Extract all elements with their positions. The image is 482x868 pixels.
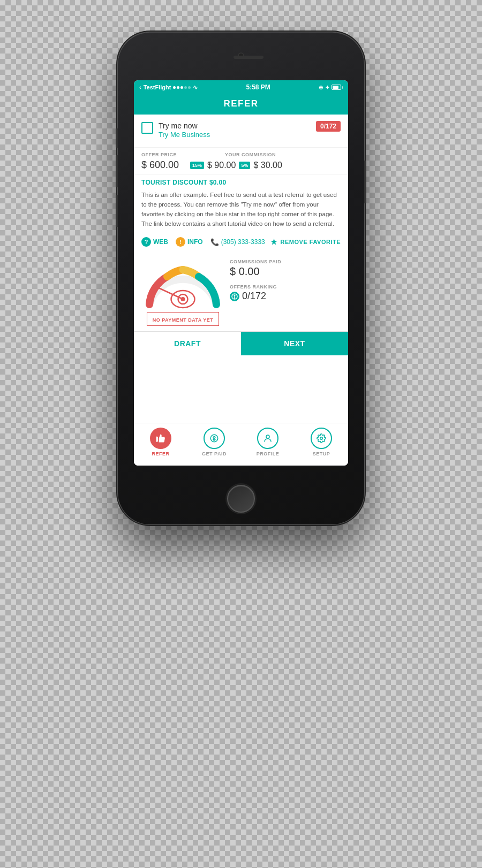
commission-15-tag: 15%: [190, 162, 204, 169]
phone-device: ‹ TestFlight ∿ 5:58 PM ⊕ ✦: [118, 32, 364, 524]
status-time: 5:58 PM: [246, 83, 270, 91]
back-arrow: ‹: [139, 84, 141, 90]
info-link[interactable]: ! INFO: [176, 237, 203, 247]
gauge-section: NO PAYMENT DATA YET COMMISSIONS PAID $ 0…: [134, 251, 348, 331]
home-button[interactable]: [227, 485, 255, 513]
commission-15-amount: $ 90.00: [207, 161, 236, 170]
app-content[interactable]: Try me now Try Me Business 0/172 OFFER P…: [134, 115, 348, 457]
offer-price: $ 600.00: [141, 159, 187, 171]
status-bar: ‹ TestFlight ∿ 5:58 PM ⊕ ✦: [134, 80, 348, 93]
refer-icon-circle: [150, 428, 171, 449]
volume-down-button[interactable]: [116, 195, 118, 227]
bluetooth-icon: ✦: [325, 85, 329, 90]
tab-refer[interactable]: REFER: [134, 428, 187, 456]
tourist-discount: TOURIST DISCOUNT $0.00: [134, 174, 348, 188]
get-paid-icon-circle: [204, 428, 225, 449]
price-row: $ 600.00 15% $ 90.00 5% $ 30.00: [141, 159, 341, 171]
info-label: INFO: [187, 238, 203, 246]
offers-ranking-label: OFFERS RANKING: [230, 284, 341, 290]
refer-tab-label: REFER: [152, 451, 169, 456]
tab-get-paid[interactable]: GET PAID: [187, 428, 241, 456]
gauge-svg: [141, 256, 224, 310]
phone-body: ‹ TestFlight ∿ 5:58 PM ⊕ ✦: [118, 32, 364, 524]
carrier-label: TestFlight: [144, 84, 171, 90]
gauge-label: NO PAYMENT DATA YET: [153, 317, 214, 323]
app-header: REFER: [134, 93, 348, 115]
commissions-paid-label: COMMISSIONS PAID: [230, 259, 341, 264]
phone-link[interactable]: 📞 (305) 333-3333: [210, 238, 265, 246]
price-section: OFFER PRICE YOUR COMMISSION $ 600.00 15%…: [134, 148, 348, 174]
svg-point-5: [234, 294, 236, 296]
gauge-right: COMMISSIONS PAID $ 0.00 OFFERS RANKING: [230, 256, 341, 302]
commissions-paid-amount: $ 0.00: [230, 265, 341, 278]
wifi-icon: ∿: [193, 84, 198, 91]
profile-icon-circle: [257, 428, 278, 449]
volume-up-button[interactable]: [116, 155, 118, 187]
offer-title: Try me now: [159, 121, 341, 131]
commission-5-tag: 5%: [239, 162, 250, 169]
signal-dots: [173, 86, 191, 89]
description-text: This is an offer example. Feel free to s…: [134, 188, 348, 234]
offer-header: Try me now Try Me Business: [141, 121, 341, 139]
dot-4: [184, 86, 187, 89]
tab-setup[interactable]: SETUP: [295, 428, 348, 456]
tab-profile[interactable]: PROFILE: [241, 428, 295, 456]
remove-favorite-button[interactable]: ★ REMOVE FAVORITE: [270, 238, 341, 246]
phone-icon: 📞: [210, 238, 219, 246]
web-label: WEB: [153, 238, 168, 246]
battery-indicator: [332, 85, 343, 90]
dot-1: [173, 86, 176, 89]
next-button[interactable]: NEXT: [241, 332, 348, 355]
offer-price-label: OFFER PRICE: [141, 152, 177, 157]
commission-label: YOUR COMMISSION: [225, 152, 276, 157]
profile-tab-label: PROFILE: [257, 451, 280, 456]
offer-checkbox[interactable]: [141, 122, 153, 134]
offers-ranking-value: 0/172: [230, 291, 341, 302]
offer-card: Try me now Try Me Business 0/172: [134, 115, 348, 148]
volume-mute-button[interactable]: [116, 128, 118, 148]
links-and-favorite-row: ? WEB ! INFO 📞 (305) 333-3333: [134, 234, 348, 251]
tab-bar: REFER GET PAID: [134, 423, 348, 466]
dot-3: [180, 86, 183, 89]
remove-favorite-label: REMOVE FAVORITE: [281, 239, 341, 245]
phone-screen: ‹ TestFlight ∿ 5:58 PM ⊕ ✦: [134, 80, 348, 466]
gauge-label-box: NO PAYMENT DATA YET: [147, 312, 219, 326]
web-link[interactable]: ? WEB: [141, 237, 168, 247]
ranking-value: 0/172: [242, 291, 266, 302]
power-button[interactable]: [364, 161, 366, 203]
gauge-container: NO PAYMENT DATA YET: [141, 256, 224, 326]
setup-tab-label: SETUP: [313, 451, 330, 456]
header-title: REFER: [223, 98, 258, 109]
left-links: ? WEB ! INFO 📞 (305) 333-3333: [141, 237, 265, 247]
bottom-buttons: DRAFT NEXT: [134, 331, 348, 355]
offer-subtitle: Try Me Business: [159, 131, 341, 139]
get-paid-tab-label: GET PAID: [202, 451, 227, 456]
draft-button[interactable]: DRAFT: [134, 332, 241, 355]
status-left: ‹ TestFlight ∿: [139, 84, 198, 91]
phone-number: (305) 333-3333: [221, 238, 265, 246]
status-right: ⊕ ✦: [319, 85, 343, 90]
ranking-icon: [230, 292, 239, 301]
svg-line-3: [157, 287, 183, 299]
screen-icon: ⊕: [319, 85, 323, 90]
dot-2: [177, 86, 179, 89]
svg-point-8: [266, 435, 269, 438]
star-icon: ★: [270, 238, 278, 246]
exclaim-icon: !: [176, 237, 185, 247]
svg-point-9: [320, 437, 323, 440]
setup-icon-circle: [311, 428, 332, 449]
offer-badge: 0/172: [316, 121, 341, 132]
phone-speaker: [234, 56, 263, 59]
offer-title-block: Try me now Try Me Business: [159, 121, 341, 139]
commission-5-amount: $ 30.00: [253, 161, 282, 170]
dot-5: [188, 86, 191, 89]
question-icon: ?: [141, 237, 151, 247]
price-labels: OFFER PRICE YOUR COMMISSION: [141, 152, 341, 157]
